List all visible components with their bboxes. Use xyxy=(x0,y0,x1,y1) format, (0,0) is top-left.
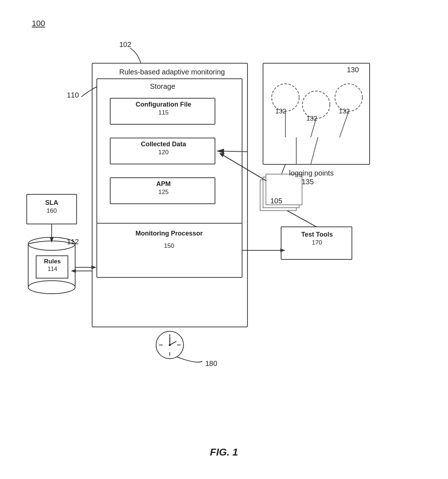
svg-point-39 xyxy=(302,91,330,118)
collected-data-label: Collected Data 120 xyxy=(114,140,213,156)
test-tools-label: Test Tools 170 xyxy=(284,230,350,247)
svg-marker-26 xyxy=(279,205,284,209)
svg-point-41 xyxy=(335,84,362,111)
ref-180: 180 xyxy=(205,359,217,368)
logging-points-label: logging points xyxy=(289,169,333,177)
svg-line-35 xyxy=(170,341,176,345)
ref-135: 135 xyxy=(302,178,314,186)
storage-title: Storage xyxy=(150,82,175,91)
ref-130: 130 xyxy=(347,66,359,74)
svg-rect-45 xyxy=(260,180,296,211)
svg-marker-28 xyxy=(280,249,285,252)
svg-line-20 xyxy=(217,151,247,152)
svg-line-25 xyxy=(282,208,316,227)
svg-point-36 xyxy=(169,344,171,346)
svg-point-37 xyxy=(272,84,299,111)
main-system-title: Rules-based adaptive monitoring xyxy=(119,68,225,76)
svg-point-9 xyxy=(28,281,75,294)
ref-100: 100 xyxy=(32,19,45,28)
svg-line-48 xyxy=(223,155,266,181)
monitoring-processor-label: Monitoring Processor 150 xyxy=(100,229,238,250)
svg-marker-49 xyxy=(219,153,225,157)
sla-label: SLA 160 xyxy=(30,199,73,215)
diagram-container: 100 102 Rules-based adaptive monitoring … xyxy=(0,0,448,479)
ref-112: 112 xyxy=(67,238,79,246)
svg-marker-17 xyxy=(91,266,96,269)
svg-line-23 xyxy=(275,164,285,191)
svg-marker-15 xyxy=(50,238,53,243)
ref-110: 110 xyxy=(67,91,79,99)
ref-132-left: 132 xyxy=(275,108,286,115)
ref-105: 105 xyxy=(270,197,282,205)
ref-132-right: 132 xyxy=(339,108,350,115)
fig-caption: FIG. 1 xyxy=(210,446,238,458)
svg-line-44 xyxy=(311,137,318,164)
config-file-label: Configuration File 115 xyxy=(114,100,213,117)
apm-label: APM 125 xyxy=(114,180,213,196)
ref-102: 102 xyxy=(119,40,131,49)
svg-marker-19 xyxy=(71,269,76,273)
svg-point-29 xyxy=(156,331,184,359)
svg-marker-24 xyxy=(273,190,277,195)
ref-132-mid: 132 xyxy=(306,115,317,122)
rules-label: Rules 114 xyxy=(38,258,67,273)
